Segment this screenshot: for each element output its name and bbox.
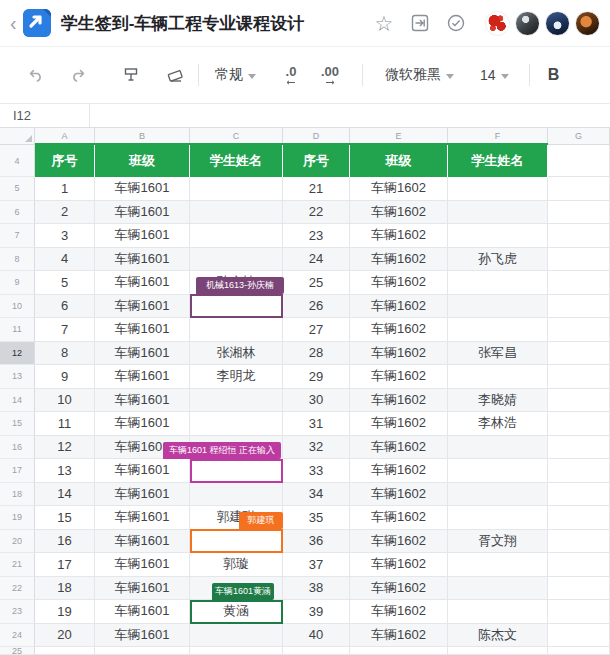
collab-selected-cell-c20[interactable] [190, 529, 283, 553]
share-icon[interactable] [409, 12, 431, 34]
decrease-decimal-button[interactable]: .0 [278, 65, 304, 85]
table-cell[interactable] [448, 201, 548, 225]
redo-icon[interactable] [66, 62, 92, 88]
row-header-15[interactable]: 15 [0, 412, 35, 436]
table-column-header[interactable]: 班级 [350, 145, 448, 177]
table-cell[interactable] [548, 389, 610, 413]
table-cell[interactable]: 车辆1602 [350, 224, 448, 248]
table-cell[interactable] [190, 177, 283, 201]
table-cell[interactable] [548, 600, 610, 624]
table-cell[interactable]: 郭璇 [190, 553, 283, 577]
table-cell[interactable] [548, 553, 610, 577]
row-header-22[interactable]: 22 [0, 577, 35, 601]
table-cell[interactable]: 11 [35, 412, 95, 436]
table-cell[interactable] [190, 389, 283, 413]
table-cell[interactable] [190, 483, 283, 507]
row-header-7[interactable]: 7 [0, 224, 35, 248]
table-cell[interactable]: 车辆1601 [95, 318, 190, 342]
table-cell[interactable]: 17 [35, 553, 95, 577]
table-cell[interactable] [548, 530, 610, 554]
table-cell[interactable] [448, 295, 548, 319]
table-cell[interactable]: 20 [35, 624, 95, 648]
table-cell[interactable] [548, 483, 610, 507]
font-family-dropdown[interactable]: 微软雅黑 [379, 66, 460, 84]
table-cell[interactable] [190, 412, 283, 436]
table-cell[interactable]: 车辆1601 [95, 389, 190, 413]
table-cell[interactable] [548, 271, 610, 295]
table-cell[interactable] [448, 553, 548, 577]
table-cell[interactable] [190, 201, 283, 225]
table-cell[interactable] [548, 436, 610, 460]
table-cell[interactable]: 车辆1601 [95, 483, 190, 507]
table-cell[interactable]: 26 [283, 295, 350, 319]
cell-name-box[interactable]: I12 [0, 104, 90, 127]
row-header-4[interactable]: 4 [0, 145, 35, 177]
table-cell[interactable]: 车辆1601 [95, 624, 190, 648]
table-cell[interactable]: 李林浩 [448, 412, 548, 436]
table-cell[interactable]: 车辆1602 [350, 577, 448, 601]
table-cell[interactable]: 车辆1602 [350, 624, 448, 648]
table-cell[interactable]: 19 [35, 600, 95, 624]
table-cell[interactable] [448, 436, 548, 460]
table-cell[interactable] [548, 647, 610, 655]
table-cell[interactable]: 39 [283, 600, 350, 624]
table-cell[interactable]: 29 [283, 365, 350, 389]
formula-input[interactable] [90, 104, 610, 127]
table-cell[interactable]: 车辆1601 [95, 506, 190, 530]
table-cell[interactable]: 14 [35, 483, 95, 507]
table-cell[interactable] [283, 647, 350, 655]
format-painter-icon[interactable] [118, 62, 144, 88]
avatar[interactable] [485, 11, 510, 36]
table-cell[interactable]: 16 [35, 530, 95, 554]
table-column-header[interactable]: 班级 [95, 145, 190, 177]
table-cell[interactable]: 25 [283, 271, 350, 295]
table-cell[interactable]: 张湘林 [190, 342, 283, 366]
table-cell[interactable]: 10 [35, 389, 95, 413]
table-cell[interactable] [548, 365, 610, 389]
row-header-19[interactable]: 19 [0, 506, 35, 530]
table-cell[interactable]: 车辆1601 [95, 459, 190, 483]
table-cell[interactable]: 车辆1602 [350, 506, 448, 530]
table-cell[interactable] [548, 624, 610, 648]
document-title[interactable]: 学生签到-车辆工程专业课程设计 [61, 12, 305, 35]
table-cell[interactable] [548, 577, 610, 601]
table-cell[interactable] [548, 295, 610, 319]
table-cell[interactable]: 34 [283, 483, 350, 507]
table-cell[interactable]: 31 [283, 412, 350, 436]
table-cell[interactable]: 18 [35, 577, 95, 601]
table-cell[interactable]: 陈杰文 [448, 624, 548, 648]
row-header-24[interactable]: 24 [0, 624, 35, 648]
table-cell[interactable]: 孙飞虎 [448, 248, 548, 272]
check-circle-icon[interactable] [445, 12, 467, 34]
table-cell[interactable]: 车辆1601 [95, 248, 190, 272]
back-icon[interactable]: ‹ [6, 13, 21, 33]
table-cell[interactable] [190, 224, 283, 248]
row-header-12[interactable]: 12 [0, 342, 35, 366]
table-cell[interactable]: 13 [35, 459, 95, 483]
table-cell[interactable] [95, 647, 190, 655]
table-column-header[interactable]: 学生姓名 [448, 145, 548, 177]
table-cell[interactable]: 37 [283, 553, 350, 577]
collab-selected-cell-c10[interactable] [190, 294, 283, 318]
table-cell[interactable]: 24 [283, 248, 350, 272]
table-cell[interactable]: 6 [35, 295, 95, 319]
table-cell[interactable]: 4 [35, 248, 95, 272]
table-cell[interactable]: 32 [283, 436, 350, 460]
table-cell[interactable]: 7 [35, 318, 95, 342]
table-cell[interactable]: 38 [283, 577, 350, 601]
table-cell[interactable] [350, 647, 448, 655]
table-cell[interactable]: 30 [283, 389, 350, 413]
table-cell[interactable]: 车辆1601 [95, 577, 190, 601]
table-cell[interactable] [448, 647, 548, 655]
table-cell[interactable] [448, 318, 548, 342]
row-header-13[interactable]: 13 [0, 365, 35, 389]
table-cell[interactable] [448, 577, 548, 601]
table-cell[interactable] [190, 624, 283, 648]
table-cell[interactable]: 车辆1601 [95, 271, 190, 295]
table-cell[interactable]: 车辆1602 [350, 318, 448, 342]
row-header-25[interactable]: 25 [0, 647, 35, 655]
table-cell[interactable] [548, 248, 610, 272]
table-cell[interactable] [190, 248, 283, 272]
table-cell[interactable] [448, 224, 548, 248]
app-logo-icon[interactable] [23, 9, 51, 37]
